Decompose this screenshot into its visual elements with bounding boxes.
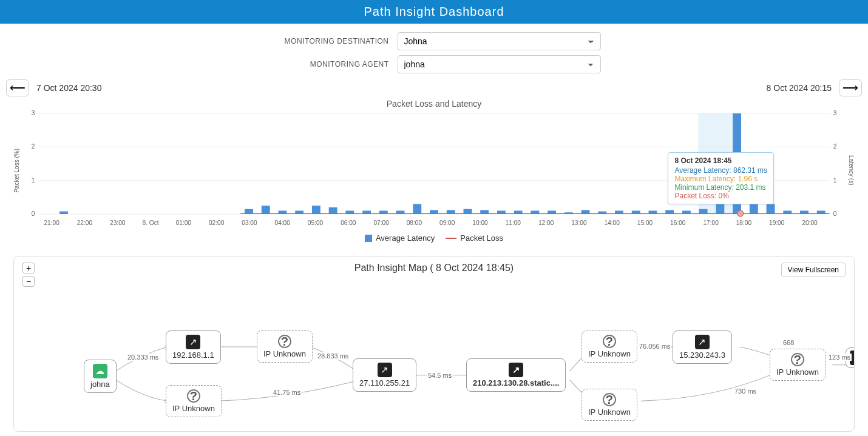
chart-section: Packet Loss and Latency Packet Loss (%) … (0, 99, 868, 247)
svg-text:08:00: 08:00 (407, 220, 422, 226)
node-192-168-1-1[interactable]: ↗ 192.168.1.1 (166, 330, 221, 364)
node-15-230-243-3[interactable]: ↗ 15.230.243.3 (673, 330, 732, 364)
arrow-up-right-icon: ↗ (509, 363, 523, 377)
svg-text:07:00: 07:00 (373, 220, 389, 226)
node-27-110-255-21[interactable]: ↗ 27.110.255.21 (353, 358, 416, 392)
node-label: 210.213.130.28.static.... (473, 378, 559, 387)
svg-text:15:00: 15:00 (637, 220, 653, 226)
page-title: Path Insight Dashboard (0, 0, 868, 24)
node-label: 192.168.1.1 (172, 350, 214, 360)
question-icon: ? (187, 389, 200, 403)
edge-label: 54.5 ms (427, 372, 453, 379)
node-unknown-2[interactable]: ? IP Unknown (166, 385, 222, 417)
agent-icon: ☁ (93, 364, 107, 378)
edge-label: 730 ms (733, 387, 758, 395)
question-icon: ? (603, 335, 616, 348)
svg-text:06:00: 06:00 (341, 220, 356, 226)
svg-text:3: 3 (32, 110, 35, 116)
tooltip-time: 8 Oct 2024 18:45 (674, 156, 767, 165)
edge-label: 668 (782, 339, 795, 346)
node-210-213-130-28[interactable]: ↗ 210.213.130.28.static.... (466, 358, 566, 392)
svg-text:17:00: 17:00 (703, 220, 719, 226)
svg-text:02:00: 02:00 (209, 220, 225, 226)
svg-text:20:00: 20:00 (802, 220, 818, 226)
node-label: IP Unknown (172, 404, 215, 413)
chart-legend: Average Latency Packet Loss (12, 233, 856, 243)
legend-avg-latency[interactable]: Average Latency (365, 233, 435, 243)
question-icon: ? (791, 353, 804, 366)
svg-text:18:00: 18:00 (736, 220, 752, 226)
svg-point-50 (737, 210, 744, 216)
node-label: IP Unknown (263, 349, 306, 358)
node-agent-label: johna (90, 380, 110, 389)
svg-text:3: 3 (833, 110, 837, 116)
agent-select[interactable]: johna (398, 55, 601, 73)
tooltip-loss: Packet Loss: 0% (674, 192, 767, 200)
node-agent[interactable]: ☁ johna (84, 360, 117, 393)
svg-rect-15 (262, 206, 270, 214)
path-map-section: + − Path Insight Map ( 8 Oct 2024 18:45)… (13, 256, 855, 432)
tooltip-min: Minimum Latency: 203.1 ms (674, 183, 767, 192)
node-label: 27.110.255.21 (359, 378, 410, 387)
timerange-bar: ⟵ 7 Oct 2024 20:30 8 Oct 2024 20:15 ⟶ (0, 79, 868, 99)
arrow-up-right-icon: ↗ (186, 335, 200, 349)
svg-text:01:00: 01:00 (176, 220, 192, 226)
filter-panel: MONITORING DESTINATION Johna MONITORING … (0, 24, 868, 79)
node-label: IP Unknown (588, 349, 631, 358)
map-canvas[interactable]: ☁ johna ↗ 192.168.1.1 ? IP Unknown ? IP … (14, 257, 854, 431)
node-label: IP Unknown (776, 367, 819, 377)
legend-avg-label: Average Latency (376, 233, 435, 243)
edge-label: 123 ms (827, 354, 852, 361)
y-axis-right-label: Latency (s) (847, 155, 856, 185)
svg-text:16:00: 16:00 (670, 220, 686, 226)
svg-text:0: 0 (833, 210, 837, 217)
legend-packet-loss[interactable]: Packet Loss (446, 233, 503, 243)
svg-text:10:00: 10:00 (472, 220, 488, 226)
edge-label: 20.333 ms (126, 354, 160, 361)
svg-text:05:00: 05:00 (308, 220, 324, 226)
svg-text:13:00: 13:00 (571, 220, 587, 226)
destination-label: MONITORING DESTINATION (268, 37, 389, 45)
svg-text:21:00: 21:00 (44, 220, 59, 226)
svg-text:14:00: 14:00 (605, 220, 620, 226)
node-unknown-5[interactable]: ? IP Unknown (770, 349, 826, 381)
svg-rect-13 (59, 212, 68, 214)
svg-text:19:00: 19:00 (769, 220, 785, 226)
zoom-out-button[interactable]: − (22, 276, 35, 287)
node-unknown-1[interactable]: ? IP Unknown (257, 330, 313, 363)
node-unknown-3[interactable]: ? IP Unknown (581, 330, 637, 363)
svg-text:03:00: 03:00 (242, 220, 257, 226)
svg-rect-45 (767, 204, 775, 214)
node-unknown-4[interactable]: ? IP Unknown (581, 389, 637, 421)
question-icon: ? (278, 335, 291, 348)
svg-rect-18 (312, 206, 320, 214)
timerange-end: 8 Oct 2024 20:15 (767, 83, 832, 93)
tooltip-avg: Average Latency: 862.31 ms (674, 166, 767, 175)
destination-select[interactable]: Johna (398, 32, 601, 50)
svg-text:12:00: 12:00 (538, 220, 554, 226)
y-axis-left-label: Packet Loss (%) (12, 149, 21, 193)
zoom-in-button[interactable]: + (22, 263, 35, 273)
edge-label: 41.75 ms (272, 389, 302, 396)
chart-title: Packet Loss and Latency (12, 99, 856, 109)
arrow-up-right-icon: ↗ (378, 363, 392, 377)
question-icon: ? (603, 393, 616, 406)
svg-text:04:00: 04:00 (275, 220, 291, 226)
edge-label: 28.833 ms (316, 352, 350, 360)
node-label: 15.230.243.3 (679, 350, 725, 360)
svg-text:8. Oct: 8. Oct (143, 220, 159, 226)
svg-text:1: 1 (833, 177, 837, 184)
svg-rect-24 (413, 204, 421, 214)
svg-text:23:00: 23:00 (110, 220, 126, 226)
next-timerange-button[interactable]: ⟶ (839, 79, 862, 96)
agent-label: MONITORING AGENT (268, 60, 389, 69)
svg-text:11:00: 11:00 (506, 220, 521, 226)
tooltip-max: Maximum Latency: 1.96 s (674, 175, 767, 183)
svg-text:2: 2 (32, 143, 35, 150)
arrow-up-right-icon: ↗ (695, 335, 710, 349)
svg-text:1: 1 (32, 177, 35, 184)
edge-label: 76.056 ms (638, 343, 671, 350)
prev-timerange-button[interactable]: ⟵ (6, 79, 29, 96)
timerange-start: 7 Oct 2024 20:30 (36, 83, 101, 93)
svg-text:0: 0 (32, 210, 35, 217)
